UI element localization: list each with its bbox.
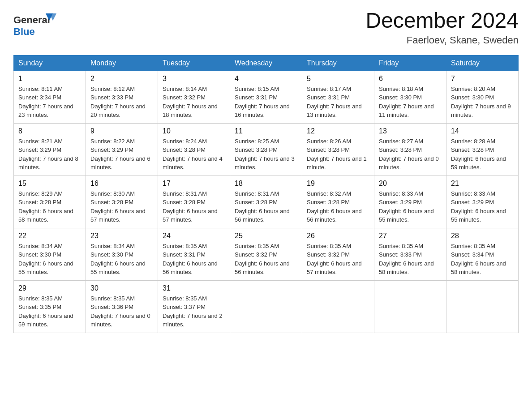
calendar-cell: 18Sunrise: 8:31 AMSunset: 3:28 PMDayligh…	[230, 176, 302, 228]
day-number: 11	[235, 127, 297, 135]
calendar-cell: 29Sunrise: 8:35 AMSunset: 3:35 PMDayligh…	[14, 280, 86, 333]
logo-svg: General Blue	[13, 9, 58, 38]
calendar-cell: 12Sunrise: 8:26 AMSunset: 3:28 PMDayligh…	[302, 123, 374, 176]
day-number: 16	[90, 180, 153, 188]
calendar-cell: 11Sunrise: 8:25 AMSunset: 3:28 PMDayligh…	[230, 123, 302, 176]
week-row-5: 29Sunrise: 8:35 AMSunset: 3:35 PMDayligh…	[14, 280, 519, 333]
title-section: December 2024 Faerloev, Skane, Sweden	[365, 9, 519, 46]
day-number: 28	[451, 232, 514, 240]
day-info: Sunrise: 8:18 AMSunset: 3:30 PMDaylight:…	[379, 85, 442, 120]
calendar-cell: 5Sunrise: 8:17 AMSunset: 3:31 PMDaylight…	[302, 71, 374, 123]
day-info: Sunrise: 8:29 AMSunset: 3:28 PMDaylight:…	[18, 189, 81, 224]
day-info: Sunrise: 8:12 AMSunset: 3:33 PMDaylight:…	[90, 85, 153, 120]
day-number: 10	[163, 127, 225, 135]
day-number: 17	[163, 180, 225, 188]
day-info: Sunrise: 8:28 AMSunset: 3:28 PMDaylight:…	[451, 137, 514, 172]
day-number: 20	[379, 180, 442, 188]
calendar-header-row: SundayMondayTuesdayWednesdayThursdayFrid…	[14, 55, 519, 71]
day-info: Sunrise: 8:26 AMSunset: 3:28 PMDaylight:…	[307, 137, 369, 172]
day-info: Sunrise: 8:25 AMSunset: 3:28 PMDaylight:…	[235, 137, 297, 172]
day-info: Sunrise: 8:24 AMSunset: 3:28 PMDaylight:…	[163, 137, 225, 172]
day-info: Sunrise: 8:35 AMSunset: 3:32 PMDaylight:…	[307, 242, 369, 277]
day-number: 1	[18, 75, 81, 83]
day-number: 4	[235, 75, 297, 83]
day-info: Sunrise: 8:31 AMSunset: 3:28 PMDaylight:…	[163, 189, 225, 224]
page-header: General Blue December 2024 Faerloev, Ska…	[13, 9, 519, 46]
day-info: Sunrise: 8:35 AMSunset: 3:37 PMDaylight:…	[163, 294, 225, 329]
day-number: 15	[18, 180, 81, 188]
day-info: Sunrise: 8:11 AMSunset: 3:34 PMDaylight:…	[18, 85, 81, 120]
calendar-cell	[302, 280, 374, 333]
calendar-cell: 13Sunrise: 8:27 AMSunset: 3:28 PMDayligh…	[374, 123, 446, 176]
header-sunday: Sunday	[14, 55, 86, 71]
calendar-cell: 6Sunrise: 8:18 AMSunset: 3:30 PMDaylight…	[374, 71, 446, 123]
svg-text:Blue: Blue	[13, 26, 35, 37]
day-number: 23	[90, 232, 153, 240]
day-number: 3	[163, 75, 225, 83]
day-number: 7	[451, 75, 514, 83]
calendar-cell: 22Sunrise: 8:34 AMSunset: 3:30 PMDayligh…	[14, 228, 86, 280]
calendar-cell: 1Sunrise: 8:11 AMSunset: 3:34 PMDaylight…	[14, 71, 86, 123]
day-number: 26	[307, 232, 369, 240]
calendar-cell: 7Sunrise: 8:20 AMSunset: 3:30 PMDaylight…	[446, 71, 519, 123]
day-number: 31	[163, 284, 225, 292]
day-number: 5	[307, 75, 369, 83]
calendar-cell: 15Sunrise: 8:29 AMSunset: 3:28 PMDayligh…	[14, 176, 86, 228]
day-number: 12	[307, 127, 369, 135]
calendar-cell	[446, 280, 519, 333]
day-number: 2	[90, 75, 153, 83]
day-number: 30	[90, 284, 153, 292]
header-thursday: Thursday	[302, 55, 374, 71]
header-wednesday: Wednesday	[230, 55, 302, 71]
day-number: 13	[379, 127, 442, 135]
day-info: Sunrise: 8:31 AMSunset: 3:28 PMDaylight:…	[235, 189, 297, 224]
svg-text:General: General	[13, 14, 50, 26]
day-info: Sunrise: 8:14 AMSunset: 3:32 PMDaylight:…	[163, 85, 225, 120]
calendar-cell: 17Sunrise: 8:31 AMSunset: 3:28 PMDayligh…	[158, 176, 230, 228]
day-info: Sunrise: 8:30 AMSunset: 3:28 PMDaylight:…	[90, 189, 153, 224]
calendar-cell	[230, 280, 302, 333]
day-info: Sunrise: 8:35 AMSunset: 3:34 PMDaylight:…	[451, 242, 514, 277]
day-number: 25	[235, 232, 297, 240]
day-info: Sunrise: 8:35 AMSunset: 3:36 PMDaylight:…	[90, 294, 153, 329]
header-monday: Monday	[86, 55, 158, 71]
calendar-cell: 30Sunrise: 8:35 AMSunset: 3:36 PMDayligh…	[86, 280, 158, 333]
day-info: Sunrise: 8:33 AMSunset: 3:29 PMDaylight:…	[451, 189, 514, 224]
calendar-cell: 14Sunrise: 8:28 AMSunset: 3:28 PMDayligh…	[446, 123, 519, 176]
day-number: 14	[451, 127, 514, 135]
day-info: Sunrise: 8:21 AMSunset: 3:29 PMDaylight:…	[18, 137, 81, 172]
day-number: 29	[18, 284, 81, 292]
calendar-cell: 24Sunrise: 8:35 AMSunset: 3:31 PMDayligh…	[158, 228, 230, 280]
day-number: 27	[379, 232, 442, 240]
day-number: 9	[90, 127, 153, 135]
calendar-cell: 26Sunrise: 8:35 AMSunset: 3:32 PMDayligh…	[302, 228, 374, 280]
header-saturday: Saturday	[446, 55, 519, 71]
day-number: 22	[18, 232, 81, 240]
calendar-cell: 4Sunrise: 8:15 AMSunset: 3:31 PMDaylight…	[230, 71, 302, 123]
calendar-cell: 16Sunrise: 8:30 AMSunset: 3:28 PMDayligh…	[86, 176, 158, 228]
location: Faerloev, Skane, Sweden	[365, 34, 519, 46]
day-info: Sunrise: 8:17 AMSunset: 3:31 PMDaylight:…	[307, 85, 369, 120]
day-info: Sunrise: 8:35 AMSunset: 3:32 PMDaylight:…	[235, 242, 297, 277]
week-row-2: 8Sunrise: 8:21 AMSunset: 3:29 PMDaylight…	[14, 123, 519, 176]
day-info: Sunrise: 8:22 AMSunset: 3:29 PMDaylight:…	[90, 137, 153, 172]
calendar-cell	[374, 280, 446, 333]
day-info: Sunrise: 8:33 AMSunset: 3:29 PMDaylight:…	[379, 189, 442, 224]
day-number: 21	[451, 180, 514, 188]
week-row-3: 15Sunrise: 8:29 AMSunset: 3:28 PMDayligh…	[14, 176, 519, 228]
day-info: Sunrise: 8:34 AMSunset: 3:30 PMDaylight:…	[90, 242, 153, 277]
day-info: Sunrise: 8:35 AMSunset: 3:35 PMDaylight:…	[18, 294, 81, 329]
day-info: Sunrise: 8:35 AMSunset: 3:31 PMDaylight:…	[163, 242, 225, 277]
day-number: 24	[163, 232, 225, 240]
week-row-4: 22Sunrise: 8:34 AMSunset: 3:30 PMDayligh…	[14, 228, 519, 280]
calendar-cell: 27Sunrise: 8:35 AMSunset: 3:33 PMDayligh…	[374, 228, 446, 280]
calendar-table: SundayMondayTuesdayWednesdayThursdayFrid…	[13, 55, 519, 333]
day-info: Sunrise: 8:32 AMSunset: 3:28 PMDaylight:…	[307, 189, 369, 224]
calendar-cell: 8Sunrise: 8:21 AMSunset: 3:29 PMDaylight…	[14, 123, 86, 176]
logo: General Blue	[13, 9, 58, 38]
day-number: 6	[379, 75, 442, 83]
calendar-cell: 3Sunrise: 8:14 AMSunset: 3:32 PMDaylight…	[158, 71, 230, 123]
day-info: Sunrise: 8:27 AMSunset: 3:28 PMDaylight:…	[379, 137, 442, 172]
header-friday: Friday	[374, 55, 446, 71]
calendar-cell: 10Sunrise: 8:24 AMSunset: 3:28 PMDayligh…	[158, 123, 230, 176]
